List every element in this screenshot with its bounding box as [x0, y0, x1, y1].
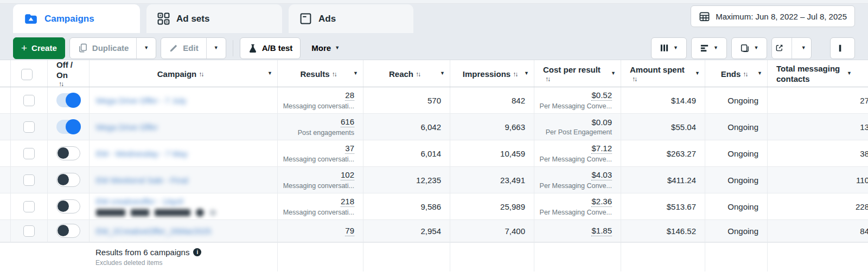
impressions-value: 10,459 [500, 149, 525, 158]
row-toggle-cell [48, 193, 90, 219]
results-value[interactable]: 218 [341, 197, 354, 207]
column-header-campaign[interactable]: Campaign ↑↓ ▼ [90, 60, 278, 87]
info-icon[interactable]: i [193, 248, 201, 256]
campaign-name[interactable]: EM creativeoffer - 1April [96, 197, 277, 206]
breakdown-button[interactable]: ▼ [691, 37, 727, 59]
row-checkbox[interactable] [23, 201, 35, 212]
chevron-down-icon[interactable]: ▼ [267, 70, 272, 76]
column-header-cost-per-result[interactable]: Cost per result ↑↓ ▼ [534, 60, 621, 87]
chevron-down-icon[interactable]: ▼ [353, 70, 358, 76]
campaign-cell[interactable]: EM_2CreativeOffer_26Mar2025 [90, 220, 278, 242]
edit-dropdown[interactable]: ▼ [206, 38, 226, 59]
sort-icon[interactable]: ↑↓ [513, 70, 517, 79]
cost-per-result-value[interactable]: $0.09 [591, 118, 612, 127]
cost-type-label: Per Post Engagement [546, 128, 612, 136]
row-checkbox[interactable] [23, 95, 35, 106]
cost-per-result-value[interactable]: $4.03 [591, 170, 612, 180]
chevron-down-icon[interactable]: ▼ [847, 70, 852, 76]
row-checkbox[interactable] [23, 121, 35, 133]
campaign-name[interactable]: EM_2CreativeOffer_26Mar2025 [96, 226, 277, 236]
column-header-off-on[interactable]: Off / On ↑↓ [48, 60, 90, 87]
edit-button[interactable]: Edit [161, 38, 206, 59]
column-header-reach[interactable]: Reach ↑↓ ▼ [363, 60, 450, 87]
duplicate-button[interactable]: Duplicate [70, 38, 137, 59]
amount-spent-header-label: Amount spent [630, 65, 692, 75]
duplicate-dropdown[interactable]: ▼ [136, 38, 156, 59]
campaign-name[interactable]: Mega Drive Offer [96, 122, 277, 132]
campaign-toggle[interactable] [56, 93, 80, 107]
more-button[interactable]: More ▼ [305, 37, 346, 59]
left-gutter [0, 220, 11, 242]
sort-icon[interactable]: ↑↓ [632, 75, 692, 83]
amount-spent-cell: $146.52 [621, 220, 705, 242]
column-header-amount-spent[interactable]: Amount spent ↑↓ ▼ [621, 60, 705, 87]
sort-icon[interactable]: ↑↓ [199, 70, 203, 79]
campaign-toggle[interactable] [56, 146, 80, 160]
cost-per-result-value[interactable]: $7.12 [591, 144, 612, 154]
cost-per-result-value[interactable]: $1.85 [591, 226, 612, 236]
date-range-picker[interactable]: Maximum: Jun 8, 2022 – Jul 8, 2025 [691, 5, 855, 27]
results-cell: 102 Messaging conversati... [278, 167, 363, 193]
sort-icon[interactable]: ↑↓ [416, 70, 420, 79]
chevron-down-icon: ▼ [673, 46, 678, 50]
results-value[interactable]: 28 [345, 90, 354, 101]
contacts-value: 27 [860, 96, 868, 105]
campaign-cell[interactable]: EM creativeoffer - 1April [90, 193, 278, 219]
sort-icon[interactable]: ↑↓ [743, 70, 747, 79]
ends-cell: Ongoing [705, 114, 768, 140]
ab-test-button[interactable]: A/B test [240, 37, 301, 59]
reports-button[interactable]: ▼ [731, 37, 767, 59]
column-header-total-messaging-contacts[interactable]: Total messaging contacts ▼ [768, 60, 868, 87]
campaign-toggle[interactable] [56, 199, 80, 213]
campaign-toggle[interactable] [56, 120, 80, 134]
column-header-results[interactable]: Results ↑↓ ▼ [278, 60, 363, 87]
row-checkbox[interactable] [23, 225, 35, 237]
edit-pencil-icon [169, 43, 178, 53]
impressions-value: 842 [512, 96, 525, 105]
campaign-cell[interactable]: Mega Drive Offer [90, 114, 278, 140]
column-header-ends[interactable]: Ends ↑↓ ▼ [705, 60, 768, 87]
campaign-name[interactable]: EM - Wednesday - 7 May [96, 149, 277, 158]
chevron-down-icon[interactable]: ▼ [440, 70, 445, 76]
campaign-toggle[interactable] [56, 173, 80, 187]
campaign-name[interactable]: EM Weekend Sale - Final [96, 176, 277, 185]
chevron-down-icon[interactable]: ▼ [524, 70, 529, 76]
create-button[interactable]: + Create [13, 37, 65, 59]
campaign-toggle[interactable] [56, 224, 80, 238]
campaign-cell[interactable]: Mega Drive Offer - 7 July [90, 87, 278, 113]
results-value[interactable]: 37 [345, 144, 354, 154]
contacts-header-label: Total messaging contacts [776, 64, 858, 85]
sort-icon[interactable]: ↑↓ [59, 80, 76, 88]
results-value[interactable]: 102 [341, 170, 354, 180]
impressions-cell: 23,491 [450, 167, 534, 193]
partial-edge-button[interactable] [830, 37, 855, 59]
tab-ad-sets[interactable]: Ad sets [146, 4, 282, 33]
column-header-impressions[interactable]: Impressions ↑↓ ▼ [450, 60, 534, 87]
row-checkbox[interactable] [23, 174, 35, 186]
export-dropdown[interactable]: ▼ [796, 38, 812, 59]
columns-button[interactable]: ▼ [651, 37, 687, 59]
campaign-name[interactable]: Mega Drive Offer - 7 July [96, 96, 277, 105]
results-value[interactable]: 616 [341, 117, 354, 127]
sort-icon[interactable]: ↑↓ [332, 70, 336, 79]
chevron-down-icon: ▼ [713, 46, 718, 50]
cost-per-result-value[interactable]: $0.52 [591, 90, 612, 101]
campaign-cell[interactable]: EM - Wednesday - 7 May [90, 140, 278, 166]
amount-spent-cell: $55.04 [621, 114, 705, 140]
row-checkbox[interactable] [23, 148, 35, 159]
results-value[interactable]: 79 [345, 226, 354, 236]
chevron-down-icon[interactable]: ▼ [757, 70, 762, 76]
chevron-down-icon[interactable]: ▼ [611, 70, 616, 76]
select-all-checkbox[interactable] [21, 69, 33, 80]
tab-campaigns[interactable]: Campaigns [13, 4, 140, 33]
sort-icon[interactable]: ↑↓ [545, 75, 608, 83]
reach-cell: 9,586 [363, 193, 450, 219]
campaign-cell[interactable]: EM Weekend Sale - Final [90, 167, 278, 193]
ends-cell: Ongoing [705, 193, 768, 219]
chevron-down-icon[interactable]: ▼ [695, 70, 700, 76]
cost-per-result-value[interactable]: $2.36 [591, 197, 612, 207]
export-button[interactable] [772, 38, 787, 59]
row-toggle-cell [48, 140, 90, 166]
tab-ads[interactable]: Ads [289, 4, 413, 33]
edit-split-button: Edit ▼ [161, 37, 226, 59]
